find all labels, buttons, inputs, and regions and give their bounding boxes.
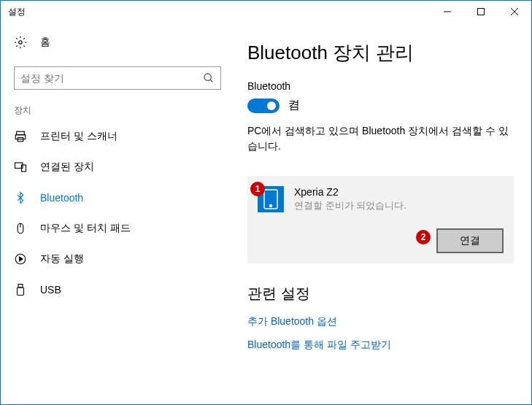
sidebar: 홈 장치 프린터 및 스캐너 연결된 장치 Bluetooth 마우스 및 터치… (1, 23, 234, 404)
device-name: Xperia Z2 (294, 186, 504, 198)
window-title: 설정 (8, 6, 431, 18)
sidebar-item-connected-devices[interactable]: 연결된 장치 (1, 152, 234, 182)
svg-point-18 (270, 205, 272, 207)
close-button[interactable] (498, 1, 531, 23)
discovery-text: PC에서 검색하고 있으며 Bluetooth 장치에서 검색할 수 있습니다. (247, 123, 514, 154)
related-link-send-files[interactable]: Bluetooth를 통해 파일 주고받기 (247, 339, 514, 352)
sidebar-item-bluetooth[interactable]: Bluetooth (1, 182, 234, 213)
usb-icon (14, 283, 27, 296)
printer-icon (14, 130, 27, 143)
titlebar: 설정 (1, 1, 531, 23)
sidebar-item-autoplay[interactable]: 자동 실행 (1, 244, 234, 274)
device-status: 연결할 준비가 되었습니다. (294, 199, 504, 212)
svg-rect-1 (478, 9, 485, 15)
gear-icon (14, 36, 27, 49)
sidebar-item-label: 자동 실행 (40, 252, 84, 266)
connect-button-row: 2 연결 (258, 228, 504, 253)
svg-rect-7 (17, 131, 25, 135)
device-info: Xperia Z2 연결할 준비가 되었습니다. (294, 186, 504, 212)
devices-icon (14, 161, 27, 174)
svg-rect-8 (15, 135, 26, 139)
main-content: Bluetooth 장치 관리 Bluetooth 켬 PC에서 검색하고 있으… (234, 23, 531, 404)
svg-point-5 (204, 74, 211, 80)
search-input[interactable] (20, 72, 203, 84)
sidebar-item-label: 프린터 및 스캐너 (40, 130, 117, 143)
svg-rect-16 (18, 288, 24, 296)
sidebar-item-label: USB (40, 284, 61, 296)
sidebar-item-printers[interactable]: 프린터 및 스캐너 (1, 121, 234, 152)
home-label: 홈 (40, 36, 50, 49)
annotation-badge-2: 2 (416, 230, 431, 244)
window-controls (431, 1, 531, 23)
connect-button[interactable]: 연결 (436, 228, 504, 253)
bluetooth-toggle-row: 켬 (247, 98, 514, 113)
sidebar-item-usb[interactable]: USB (1, 274, 234, 305)
bluetooth-label: Bluetooth (247, 80, 514, 92)
svg-point-4 (19, 41, 23, 45)
related-settings-title: 관련 설정 (247, 284, 514, 304)
sidebar-item-label: Bluetooth (40, 192, 83, 204)
related-link-more-options[interactable]: 추가 Bluetooth 옵션 (247, 315, 514, 328)
svg-rect-15 (18, 285, 23, 288)
sidebar-item-mouse[interactable]: 마우스 및 터치 패드 (1, 213, 234, 244)
mouse-icon (14, 222, 27, 235)
annotation-badge-1: 1 (250, 182, 265, 196)
toggle-knob (267, 101, 276, 110)
bluetooth-icon (14, 191, 27, 204)
toggle-state-label: 켬 (288, 98, 300, 113)
maximize-button[interactable] (464, 1, 498, 23)
home-button[interactable]: 홈 (1, 28, 234, 56)
search-icon (203, 72, 215, 84)
device-row: 1 Xperia Z2 연결할 준비가 되었습니다. (258, 186, 504, 212)
phone-icon (263, 189, 278, 209)
bluetooth-toggle[interactable] (247, 99, 280, 113)
search-container[interactable] (14, 66, 221, 90)
svg-line-6 (210, 80, 212, 82)
device-card[interactable]: 1 Xperia Z2 연결할 준비가 되었습니다. 2 연결 (247, 176, 514, 263)
sidebar-item-label: 마우스 및 터치 패드 (40, 222, 131, 235)
autoplay-icon (14, 252, 27, 266)
page-title: Bluetooth 장치 관리 (247, 40, 514, 66)
minimize-button[interactable] (431, 1, 464, 23)
sidebar-item-label: 연결된 장치 (40, 161, 94, 174)
category-label: 장치 (1, 99, 234, 121)
